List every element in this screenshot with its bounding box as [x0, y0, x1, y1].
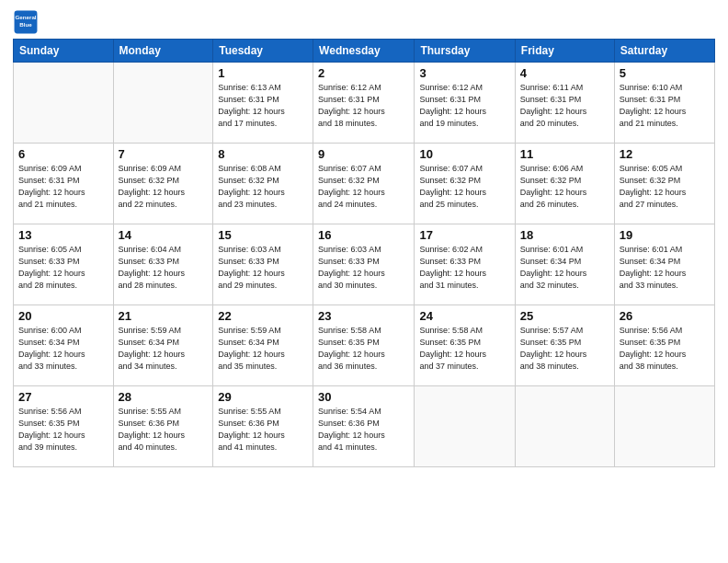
day-number: 23 — [318, 309, 409, 323]
page-container: General Blue SundayMondayTuesdayWednesda… — [0, 0, 728, 473]
week-row-3: 13Sunrise: 6:05 AM Sunset: 6:33 PM Dayli… — [14, 224, 715, 305]
weekday-header-monday: Monday — [113, 40, 213, 63]
weekday-header-friday: Friday — [515, 40, 614, 63]
day-number: 13 — [18, 228, 108, 242]
calendar-cell — [614, 386, 714, 467]
day-number: 4 — [520, 66, 609, 80]
day-info: Sunrise: 6:03 AM Sunset: 6:33 PM Dayligh… — [218, 244, 308, 292]
calendar-cell: 11Sunrise: 6:06 AM Sunset: 6:32 PM Dayli… — [515, 144, 614, 224]
calendar-cell: 18Sunrise: 6:01 AM Sunset: 6:34 PM Dayli… — [515, 224, 614, 305]
calendar-cell: 15Sunrise: 6:03 AM Sunset: 6:33 PM Dayli… — [213, 224, 313, 305]
day-info: Sunrise: 6:07 AM Sunset: 6:32 PM Dayligh… — [318, 163, 409, 211]
day-info: Sunrise: 6:12 AM Sunset: 6:31 PM Dayligh… — [318, 82, 409, 130]
logo: General Blue — [13, 9, 42, 35]
calendar-cell: 5Sunrise: 6:10 AM Sunset: 6:31 PM Daylig… — [614, 63, 714, 144]
day-number: 30 — [318, 390, 409, 404]
calendar-cell: 23Sunrise: 5:58 AM Sunset: 6:35 PM Dayli… — [313, 305, 415, 386]
calendar-cell: 21Sunrise: 5:59 AM Sunset: 6:34 PM Dayli… — [113, 305, 213, 386]
day-info: Sunrise: 5:56 AM Sunset: 6:35 PM Dayligh… — [620, 325, 710, 373]
day-info: Sunrise: 5:54 AM Sunset: 6:36 PM Dayligh… — [318, 406, 409, 454]
week-row-5: 27Sunrise: 5:56 AM Sunset: 6:35 PM Dayli… — [14, 386, 715, 467]
calendar-cell: 10Sunrise: 6:07 AM Sunset: 6:32 PM Dayli… — [415, 144, 515, 224]
day-number: 20 — [18, 309, 108, 323]
header: General Blue — [13, 9, 715, 35]
calendar-cell: 12Sunrise: 6:05 AM Sunset: 6:32 PM Dayli… — [614, 144, 714, 224]
day-info: Sunrise: 5:55 AM Sunset: 6:36 PM Dayligh… — [119, 406, 209, 454]
day-info: Sunrise: 5:59 AM Sunset: 6:34 PM Dayligh… — [218, 325, 308, 373]
day-number: 6 — [18, 147, 108, 161]
calendar-cell: 3Sunrise: 6:12 AM Sunset: 6:31 PM Daylig… — [415, 63, 515, 144]
day-number: 2 — [318, 66, 409, 80]
calendar-cell — [515, 386, 614, 467]
calendar-cell — [113, 63, 213, 144]
weekday-header-sunday: Sunday — [14, 40, 114, 63]
day-info: Sunrise: 6:05 AM Sunset: 6:33 PM Dayligh… — [18, 244, 108, 292]
weekday-header-saturday: Saturday — [614, 40, 714, 63]
day-info: Sunrise: 5:56 AM Sunset: 6:35 PM Dayligh… — [18, 406, 108, 454]
day-info: Sunrise: 6:09 AM Sunset: 6:32 PM Dayligh… — [119, 163, 209, 211]
day-number: 12 — [620, 147, 710, 161]
day-number: 21 — [119, 309, 209, 323]
day-number: 5 — [620, 66, 710, 80]
weekday-header-wednesday: Wednesday — [313, 40, 415, 63]
day-number: 16 — [318, 228, 409, 242]
weekday-header-tuesday: Tuesday — [213, 40, 313, 63]
day-info: Sunrise: 6:05 AM Sunset: 6:32 PM Dayligh… — [620, 163, 710, 211]
day-info: Sunrise: 6:01 AM Sunset: 6:34 PM Dayligh… — [520, 244, 609, 292]
day-info: Sunrise: 6:06 AM Sunset: 6:32 PM Dayligh… — [520, 163, 609, 211]
calendar-cell: 27Sunrise: 5:56 AM Sunset: 6:35 PM Dayli… — [14, 386, 114, 467]
calendar-cell: 29Sunrise: 5:55 AM Sunset: 6:36 PM Dayli… — [213, 386, 313, 467]
calendar-cell: 26Sunrise: 5:56 AM Sunset: 6:35 PM Dayli… — [614, 305, 714, 386]
calendar-cell: 20Sunrise: 6:00 AM Sunset: 6:34 PM Dayli… — [14, 305, 114, 386]
calendar-cell: 1Sunrise: 6:13 AM Sunset: 6:31 PM Daylig… — [213, 63, 313, 144]
calendar-cell: 24Sunrise: 5:58 AM Sunset: 6:35 PM Dayli… — [415, 305, 515, 386]
day-info: Sunrise: 6:07 AM Sunset: 6:32 PM Dayligh… — [419, 163, 509, 211]
day-info: Sunrise: 6:00 AM Sunset: 6:34 PM Dayligh… — [18, 325, 108, 373]
day-number: 1 — [218, 66, 308, 80]
day-info: Sunrise: 6:11 AM Sunset: 6:31 PM Dayligh… — [520, 82, 609, 130]
calendar-cell: 28Sunrise: 5:55 AM Sunset: 6:36 PM Dayli… — [113, 386, 213, 467]
day-number: 9 — [318, 147, 409, 161]
day-number: 10 — [419, 147, 509, 161]
weekday-header-row: SundayMondayTuesdayWednesdayThursdayFrid… — [14, 40, 715, 63]
day-info: Sunrise: 6:09 AM Sunset: 6:31 PM Dayligh… — [18, 163, 108, 211]
day-info: Sunrise: 6:12 AM Sunset: 6:31 PM Dayligh… — [419, 82, 509, 130]
calendar-cell: 17Sunrise: 6:02 AM Sunset: 6:33 PM Dayli… — [415, 224, 515, 305]
calendar-cell: 2Sunrise: 6:12 AM Sunset: 6:31 PM Daylig… — [313, 63, 415, 144]
day-info: Sunrise: 5:59 AM Sunset: 6:34 PM Dayligh… — [119, 325, 209, 373]
calendar-cell: 13Sunrise: 6:05 AM Sunset: 6:33 PM Dayli… — [14, 224, 114, 305]
calendar-cell — [415, 386, 515, 467]
day-number: 11 — [520, 147, 609, 161]
calendar-cell: 16Sunrise: 6:03 AM Sunset: 6:33 PM Dayli… — [313, 224, 415, 305]
weekday-header-thursday: Thursday — [415, 40, 515, 63]
calendar-cell: 7Sunrise: 6:09 AM Sunset: 6:32 PM Daylig… — [113, 144, 213, 224]
day-info: Sunrise: 6:01 AM Sunset: 6:34 PM Dayligh… — [620, 244, 710, 292]
day-number: 22 — [218, 309, 308, 323]
day-info: Sunrise: 6:13 AM Sunset: 6:31 PM Dayligh… — [218, 82, 308, 130]
day-info: Sunrise: 6:08 AM Sunset: 6:32 PM Dayligh… — [218, 163, 308, 211]
week-row-2: 6Sunrise: 6:09 AM Sunset: 6:31 PM Daylig… — [14, 144, 715, 224]
day-number: 14 — [119, 228, 209, 242]
calendar-cell: 22Sunrise: 5:59 AM Sunset: 6:34 PM Dayli… — [213, 305, 313, 386]
calendar-cell: 30Sunrise: 5:54 AM Sunset: 6:36 PM Dayli… — [313, 386, 415, 467]
day-info: Sunrise: 6:10 AM Sunset: 6:31 PM Dayligh… — [620, 82, 710, 130]
day-info: Sunrise: 6:02 AM Sunset: 6:33 PM Dayligh… — [419, 244, 509, 292]
day-number: 26 — [620, 309, 710, 323]
day-info: Sunrise: 5:58 AM Sunset: 6:35 PM Dayligh… — [318, 325, 409, 373]
calendar-cell: 14Sunrise: 6:04 AM Sunset: 6:33 PM Dayli… — [113, 224, 213, 305]
day-number: 7 — [119, 147, 209, 161]
calendar-cell: 4Sunrise: 6:11 AM Sunset: 6:31 PM Daylig… — [515, 63, 614, 144]
day-info: Sunrise: 6:04 AM Sunset: 6:33 PM Dayligh… — [119, 244, 209, 292]
day-number: 28 — [119, 390, 209, 404]
day-info: Sunrise: 5:58 AM Sunset: 6:35 PM Dayligh… — [419, 325, 509, 373]
calendar-cell — [14, 63, 114, 144]
week-row-1: 1Sunrise: 6:13 AM Sunset: 6:31 PM Daylig… — [14, 63, 715, 144]
day-number: 17 — [419, 228, 509, 242]
day-number: 8 — [218, 147, 308, 161]
day-number: 15 — [218, 228, 308, 242]
svg-text:General: General — [15, 14, 36, 20]
day-number: 27 — [18, 390, 108, 404]
day-info: Sunrise: 5:57 AM Sunset: 6:35 PM Dayligh… — [520, 325, 609, 373]
calendar-cell: 6Sunrise: 6:09 AM Sunset: 6:31 PM Daylig… — [14, 144, 114, 224]
week-row-4: 20Sunrise: 6:00 AM Sunset: 6:34 PM Dayli… — [14, 305, 715, 386]
